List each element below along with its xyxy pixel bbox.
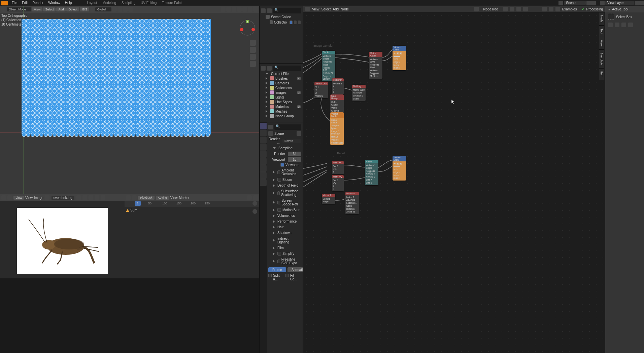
fb-search[interactable]: 🔍 — [273, 66, 301, 71]
fb-item[interactable]: Line Styles — [261, 100, 301, 104]
fb-item[interactable]: Images2 — [261, 90, 301, 95]
mode-extend-icon[interactable] — [615, 23, 619, 27]
timeline-body[interactable]: Sum — [125, 207, 259, 278]
node-plane[interactable]: PlaneVertices 1EdgesPolygonsN Verts XN V… — [365, 160, 378, 185]
snap-icon[interactable] — [112, 7, 117, 12]
panel-checkbox[interactable] — [277, 252, 281, 256]
ne-processing[interactable]: Processing — [586, 7, 603, 11]
prop-panel-header[interactable]: Shadows — [268, 230, 301, 236]
timeline-ruler[interactable]: 1 50 100 150 200 250 — [125, 201, 259, 207]
props-search[interactable]: 🔍 — [274, 124, 301, 130]
ne-opt1-icon[interactable] — [542, 7, 547, 11]
prop-panel-header[interactable]: Screen Space Refl — [268, 198, 301, 207]
tl-keying[interactable]: Keying — [156, 196, 169, 200]
viewlayer-field[interactable]: View Layer — [605, 1, 634, 5]
image-filename[interactable]: sverchok.jpg — [52, 196, 74, 200]
viewlayer-new-icon[interactable] — [635, 1, 639, 5]
proportional-type-icon[interactable] — [128, 7, 133, 12]
orientation-icon[interactable] — [90, 7, 95, 12]
vtab-view[interactable]: View — [599, 37, 604, 49]
node-editor[interactable]: View Select Add Node NodeTree Examples ✔… — [303, 6, 605, 353]
tl-marker[interactable]: Marker — [179, 196, 190, 200]
panel-checkbox[interactable] — [277, 170, 280, 174]
viewport-samples-value[interactable]: 16 — [288, 157, 301, 162]
tab-modifier-icon[interactable] — [260, 165, 267, 172]
prop-panel-header[interactable]: Bloom — [268, 177, 301, 183]
outliner-scene-collection[interactable]: Scene Collec — [261, 14, 301, 19]
ne-type-icon[interactable] — [305, 7, 310, 11]
vtab-item[interactable]: Item — [599, 68, 604, 80]
tab-scene-icon[interactable] — [260, 144, 267, 151]
prop-panel-header[interactable]: Volumetrics — [268, 213, 301, 219]
prop-panel-header[interactable]: Motion Blur — [268, 207, 301, 213]
ie-img-icon[interactable] — [45, 195, 49, 200]
fb-item[interactable]: Lights — [261, 95, 301, 100]
ie-type-icon[interactable] — [1, 195, 6, 200]
viewport-denoise-checkbox[interactable] — [280, 163, 284, 167]
tab-layout[interactable]: Layout — [84, 0, 100, 5]
panel-checkbox[interactable] — [277, 260, 280, 263]
ne-opt2-icon[interactable] — [549, 7, 553, 11]
ie-browse-icon[interactable] — [76, 195, 81, 200]
shading-render-icon[interactable] — [253, 7, 258, 12]
node-viewer-draw-1[interactable]: Viewer Draw👁 ▣ ▣▬▬▬vertsedgesfacesmatrix — [393, 46, 406, 70]
vp-add-menu[interactable]: Add — [56, 7, 66, 11]
render-engine-select[interactable]: Eevee — [282, 139, 301, 143]
menu-render[interactable]: Render — [30, 1, 46, 5]
mode-invert-icon[interactable] — [628, 23, 633, 27]
tab-texture[interactable]: Texture Paint — [159, 0, 184, 5]
vtab-node[interactable]: Node — [599, 12, 604, 26]
nt-x-icon[interactable] — [516, 7, 521, 11]
ie-refresh-icon[interactable] — [101, 195, 105, 200]
fb-item[interactable]: Brushes4 — [261, 76, 301, 81]
ne-add[interactable]: Add — [333, 7, 339, 11]
xray-icon[interactable] — [232, 7, 236, 12]
shading-matpre-icon[interactable] — [248, 7, 252, 12]
nodetree-icon[interactable] — [474, 7, 479, 11]
tab-particle-icon[interactable] — [260, 172, 267, 179]
tab-modeling[interactable]: Modeling — [100, 0, 119, 5]
prop-panel-header[interactable]: Hair — [268, 224, 301, 230]
fb-item[interactable]: Meshes — [261, 109, 301, 114]
tl-playback[interactable]: Playback — [138, 196, 155, 200]
timeline-summary-row[interactable]: Sum — [126, 208, 137, 212]
pan-hand-icon[interactable] — [252, 209, 257, 214]
current-file-header[interactable]: Current File — [261, 72, 301, 76]
prop-panel-header[interactable]: Performance — [268, 219, 301, 224]
vtab-tool[interactable]: Tool — [599, 26, 604, 37]
timeline-playhead[interactable]: 1 — [135, 201, 141, 206]
node-vector-math[interactable]: Vector Mathdata 1Image samplerlightraIma… — [330, 112, 344, 145]
camera-icon[interactable] — [250, 54, 256, 60]
render-samples-value[interactable]: 64 — [288, 152, 301, 156]
prop-panel-header[interactable]: Film — [268, 245, 301, 251]
ne-examples[interactable]: Examples — [562, 7, 577, 11]
fb-mode-icon[interactable] — [267, 66, 272, 71]
ne-view[interactable]: View — [312, 7, 319, 11]
outliner-type-icon[interactable] — [261, 8, 266, 13]
mode-set-icon[interactable] — [608, 23, 613, 27]
ne-select[interactable]: Select — [321, 7, 331, 11]
fb-item[interactable]: Materials2 — [261, 104, 301, 109]
split-checkbox[interactable] — [268, 274, 272, 277]
tab-render-icon[interactable] — [260, 123, 267, 129]
sampling-panel-header[interactable]: Sampling — [268, 145, 301, 151]
nodetree-name[interactable]: NodeTree — [481, 7, 500, 11]
vtab-sverchok[interactable]: Sverchok — [599, 49, 604, 68]
fill-checkbox[interactable] — [285, 274, 289, 277]
ie-mode-icon[interactable] — [7, 195, 12, 200]
outliner-search[interactable]: 🔍 — [273, 8, 301, 13]
shading-solid-icon[interactable] — [242, 7, 247, 12]
nt-pin-icon[interactable] — [523, 7, 528, 11]
nav-gizmo[interactable]: Y — [239, 19, 256, 36]
scene-del-icon[interactable] — [591, 1, 596, 5]
ie-image-menu[interactable]: Image — [34, 196, 43, 200]
menu-window[interactable]: Window — [46, 1, 63, 5]
select-box-tool[interactable]: Select Box — [605, 12, 644, 21]
node-math-3[interactable]: Math x*yOut 1x*yXY — [332, 175, 344, 191]
outliner-collection[interactable]: Collectio — [261, 19, 301, 25]
panel-checkbox[interactable] — [277, 191, 280, 195]
menu-file[interactable]: File — [9, 1, 20, 5]
node-vector-out[interactable]: Vector OutX 1YZVectors — [314, 82, 328, 98]
gizmo-toggle-icon[interactable] — [221, 7, 226, 12]
tl-autokey-icon[interactable] — [247, 195, 252, 200]
